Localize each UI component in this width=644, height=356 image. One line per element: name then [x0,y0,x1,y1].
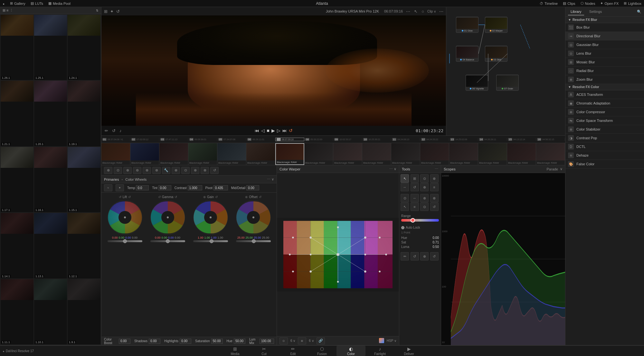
tool-bottom-3[interactable]: ⊕ [420,252,429,260]
tool-bottom-4[interactable]: ↺ [430,252,439,260]
play-btn[interactable]: ▶ [271,128,275,133]
gallery-item[interactable]: 1.14.1 [1,213,33,278]
timeline-clip-6[interactable]: Blackmagic RAW [246,143,275,165]
fx-aces-transform[interactable]: A ACES Transform [565,90,644,99]
tool-cursor[interactable]: ↖ [401,174,409,183]
gallery-item[interactable]: 1.16.1 [34,147,67,212]
node-skin[interactable]: 03 Skin [485,46,507,62]
gamma-slider[interactable] [150,240,185,242]
timeline-clip-12[interactable]: Blackmagic RAW [420,143,449,165]
media-pool-menu[interactable]: ▦ Media Pool [48,1,71,5]
davinci-logo[interactable]: ⬥ [3,2,5,5]
nav-color[interactable]: ◐ Color [336,346,365,356]
color-wheels-mode[interactable]: Color Wheels [125,178,147,181]
undo-btn[interactable]: ↺ [111,128,116,134]
lummix-input[interactable] [260,339,274,344]
timeline-clip-5[interactable]: Blackmagic RAW [217,143,246,165]
ct-btn-7[interactable]: 🔧 [162,167,170,174]
gallery-sort[interactable]: ⇅ [96,9,99,12]
openfx-btn[interactable]: ✦ Open FX [600,1,619,5]
gamma-wheel[interactable] [150,200,185,235]
middetail-input[interactable] [246,185,259,190]
lift-reset2[interactable]: ↺ [128,195,131,199]
fx-color-space-transform[interactable]: ⇆ Color Space Transform [565,116,644,125]
node-grain[interactable]: 07 Grain [496,75,519,91]
audio-btn[interactable]: ♪ [119,128,122,134]
temp-input[interactable] [136,185,149,190]
tool-btn-12[interactable]: ⊗ [430,194,439,202]
tool-btn-16[interactable]: ↺ [430,203,439,211]
ct-btn-5[interactable]: ⊗ [143,167,151,174]
gallery-item[interactable]: 1.24.1 [68,15,100,80]
viewer-more[interactable]: ⋯ [405,8,411,14]
gallery-item[interactable]: 1.9.1 [68,279,100,344]
ct-btn-10[interactable]: ⊕ [191,167,199,174]
nav-fusion[interactable]: ⬡ Fusion [308,346,336,356]
fx-color-stabilizer[interactable]: ⊛ Color Stabilizer [565,125,644,134]
gain-wheel[interactable] [193,200,228,235]
range-bar[interactable] [401,219,439,222]
timeline-clip-13[interactable]: Blackmagic RAW [449,143,478,165]
color-boost-input[interactable] [119,339,130,344]
gain-slider[interactable] [193,240,228,242]
node-balance[interactable]: 04 Balance [456,46,478,62]
pivot-input[interactable] [213,185,228,190]
ct-btn-12[interactable]: ↺ [210,167,219,174]
gallery-item[interactable]: 1.26.1 [1,15,33,80]
warper-hsp[interactable]: HSP ∨ [387,339,396,342]
gallery-item[interactable]: 1.21.1 [1,81,33,146]
fx-chromatic-adaptation[interactable]: ◉ Chromatic Adaptation [565,99,644,108]
timeline-clip-3[interactable]: Blackmagic RAW [159,143,188,165]
gallery-item[interactable]: 1.12.1 [68,213,100,278]
fx-box-blur[interactable]: ⬛ Box Blur [565,23,644,32]
scopes-menu[interactable]: ∨ [560,167,563,171]
warper-color-icon[interactable] [379,338,384,344]
node-glow[interactable]: 01 Glow [456,17,478,33]
fx-directional-blur[interactable]: ⇒ Directional Blur [565,32,644,41]
viewer-cursor[interactable]: ↖ [413,8,418,14]
ct-btn-9[interactable]: ⊙ [181,167,190,174]
nodes-btn[interactable]: ⬡ Nodes [581,1,595,5]
gallery-item[interactable]: 1.11.1 [1,279,33,344]
fx-false-color[interactable]: 🎨 False Color [565,160,644,169]
fx-dehaze[interactable]: ≋ Dehaze [565,151,644,160]
gain-reset[interactable]: ⊕ [203,195,206,199]
timeline-clip-9[interactable]: Blackmagic RAW [333,143,362,165]
gallery-item[interactable]: 1.20.1 [34,81,67,146]
gamma-reset2[interactable]: ↺ [175,195,177,199]
scopes-mode[interactable]: Parade [547,167,558,171]
warper-btn-1[interactable]: ⊙ [279,337,288,344]
lift-slider[interactable] [108,240,142,242]
tool-btn-2[interactable]: ⊞ [411,174,419,183]
gain-reset2[interactable]: ↺ [215,195,218,199]
timeline-clip-7-active[interactable]: Blackmagic RAW [275,143,304,165]
play-stop[interactable]: ■ [267,128,269,133]
ct-btn-6[interactable]: ⊗ [152,167,161,174]
magic-btn[interactable]: ✦ [116,184,124,191]
fx-mosaic-blur[interactable]: ⊞ Mosaic Blur [565,58,644,67]
tool-btn-6[interactable]: ↺ [411,183,419,191]
offset-slider[interactable] [236,240,271,242]
next-frame[interactable]: ▷ [277,128,280,133]
highlights-input[interactable] [180,339,191,344]
tool-btn-14[interactable]: ≡ [411,203,419,211]
ct-btn-3[interactable]: ⊕ [123,167,132,174]
fx-color-section[interactable]: ▼ Resolve FX Color [565,84,644,90]
lift-reset[interactable]: ↺ [119,195,121,199]
tool-btn-13[interactable]: ↖ [401,203,409,211]
nav-deliver[interactable]: ▶ Deliver [394,346,423,356]
fx-contrast-pop[interactable]: ◑ Contrast Pop [565,134,644,142]
warper-link[interactable]: 🔗 [317,337,325,344]
timeline-clip-15[interactable]: Blackmagic RAW [507,143,536,165]
clips-btn[interactable]: ▤ Clips [563,1,575,5]
fx-blur-section[interactable]: ▼ Resolve FX Blur [565,17,644,23]
tool-bottom-1[interactable]: ✏ [401,252,409,260]
tools-menu[interactable]: ⋯ [435,167,438,171]
nav-media[interactable]: ⊞ Media [221,346,250,356]
fx-lens-blur[interactable]: ⊙ Lens Blur [565,49,644,58]
skip-back[interactable]: ⏮ [255,128,259,133]
viewer-tool-3[interactable]: ↺ [116,8,120,14]
tool-btn-15[interactable]: ⊙ [420,203,429,211]
saturation-input[interactable] [211,339,223,344]
fx-color-compressor[interactable]: ⊗ Color Compressor [565,108,644,116]
